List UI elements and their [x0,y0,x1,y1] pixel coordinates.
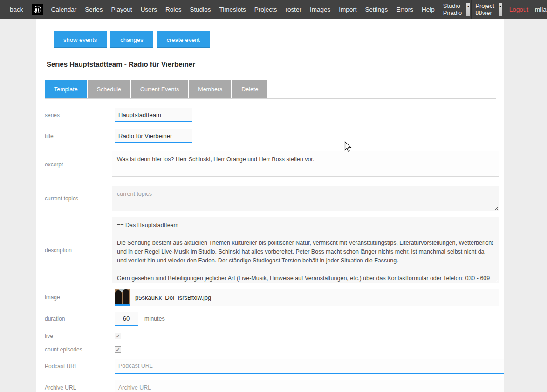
show-events-button[interactable]: show events [54,31,107,48]
back-link[interactable]: back [6,6,27,13]
page-title: Series Hauptstadtteam - Radio für Vierbe… [47,60,504,68]
image-label: image [36,294,112,301]
form-row-duration: duration minutes [36,312,504,326]
nav-item-studios[interactable]: Studios [185,6,215,13]
form-row-live: live ✓ [36,333,504,339]
live-label: live [36,333,112,339]
form-row-excerpt: excerpt Was ist denn hier los? Herr Schi… [36,151,504,178]
nav-item-roles[interactable]: Roles [161,6,186,13]
form-row-title: title [36,129,504,143]
studio-select-value: Studio Piradio [443,2,464,16]
series-template-form: series title excerpt Was ist denn hier l… [36,108,504,392]
excerpt-textarea[interactable]: Was ist denn hier los? Herr Schinski, He… [112,151,499,177]
nav-item-series[interactable]: Series [81,6,107,13]
tab-schedule[interactable]: Schedule [88,80,130,98]
form-row-archive-url: Archive URL [36,380,504,392]
form-row-description: description == Das Hauptstadtteam Die Se… [36,217,504,283]
duration-label: duration [36,316,112,322]
current-topics-label: current topics [36,195,112,202]
form-row-count-episodes: count episodes ✓ [36,346,504,353]
live-checkbox[interactable]: ✓ [115,333,121,339]
create-event-button[interactable]: create event [157,31,210,48]
description-label: description [36,247,112,254]
description-textarea[interactable]: == Das Hauptstadtteam Die Sendung besteh… [112,217,499,283]
nav-item-import[interactable]: Import [335,6,361,13]
tab-delete[interactable]: Delete [232,80,267,98]
nav-item-calendar[interactable]: Calendar [47,6,81,13]
current-topics-textarea[interactable] [112,186,499,211]
tab-template[interactable]: Template [45,80,87,98]
archive-url-input[interactable] [115,380,504,392]
top-nav: back Calendar Series Playout Users Roles… [0,0,547,19]
series-label: series [36,112,112,118]
logout-link[interactable]: Logout [504,6,533,13]
piradio-logo-icon[interactable] [32,4,43,15]
chevron-down-icon[interactable]: ▼ [466,3,470,16]
action-toolbar: show events changes create event [36,19,504,48]
count-episodes-checkbox[interactable]: ✓ [115,346,121,353]
changes-button[interactable]: changes [110,31,153,48]
series-image-thumbnail[interactable] [115,289,130,306]
title-label: title [36,133,112,139]
archive-url-label: Archive URL [36,385,112,391]
chevron-down-icon[interactable]: ▼ [499,3,502,16]
nav-item-users[interactable]: Users [137,6,161,13]
project-select[interactable]: Project 88vier ▼ [472,0,503,19]
nav-item-images[interactable]: Images [306,6,335,13]
image-filename: p5skauKk_DoI_lsrsBfxiw.jpg [135,294,211,301]
title-input[interactable] [115,129,192,143]
pause-circle-glyph [34,6,41,13]
tab-current-events[interactable]: Current Events [131,80,188,98]
project-select-value: Project 88vier [475,2,496,16]
nav-item-settings[interactable]: Settings [361,6,392,13]
logged-in-username: milan [533,6,547,13]
nav-item-help[interactable]: Help [417,6,439,13]
duration-unit-label: minutes [144,316,165,322]
nav-item-roster[interactable]: roster [281,6,306,13]
form-row-podcast-url: Podcast URL [36,359,504,374]
studio-select[interactable]: Studio Piradio ▼ [439,0,471,19]
form-row-current-topics: current topics [36,186,504,211]
form-row-image: image p5skauKk_DoI_lsrsBfxiw.jpg [36,289,504,306]
excerpt-label: excerpt [36,161,112,168]
main-content: show events changes create event Series … [36,19,504,392]
nav-item-projects[interactable]: Projects [250,6,281,13]
tab-members[interactable]: Members [189,80,231,98]
count-episodes-label: count episodes [36,346,112,353]
podcast-url-input[interactable] [115,359,504,374]
podcast-url-label: Podcast URL [36,363,112,370]
nav-item-timeslots[interactable]: Timeslots [215,6,250,13]
series-input[interactable] [115,108,192,122]
tab-bar: Template Schedule Current Events Members… [45,80,496,99]
form-row-series: series [36,108,504,122]
image-field: p5skauKk_DoI_lsrsBfxiw.jpg [115,289,499,306]
nav-item-playout[interactable]: Playout [107,6,137,13]
nav-item-errors[interactable]: Errors [392,6,417,13]
duration-input[interactable] [115,312,138,326]
